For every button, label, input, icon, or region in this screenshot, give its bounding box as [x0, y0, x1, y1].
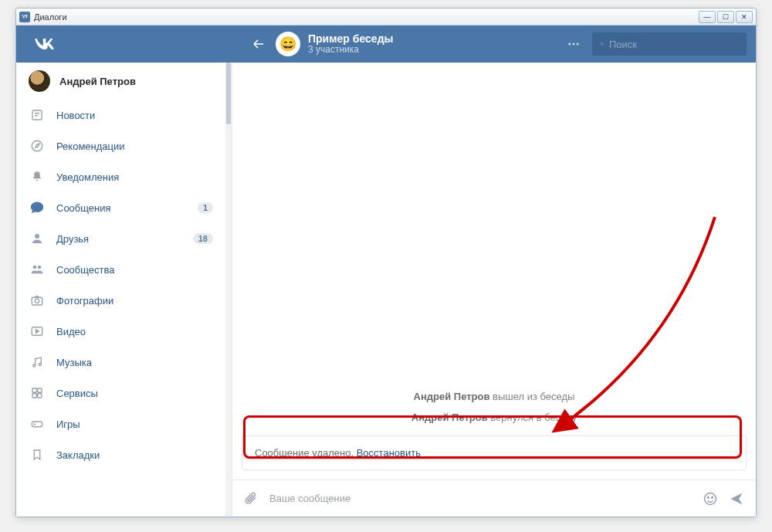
composer [232, 479, 756, 517]
chat-title: Пример беседы [308, 32, 393, 45]
close-button[interactable]: ✕ [736, 11, 753, 23]
minimize-button[interactable]: — [699, 11, 716, 23]
friends-icon [29, 230, 46, 247]
topbar: 😄 Пример беседы 3 участника [16, 25, 756, 63]
window-title: Диалоги [34, 12, 697, 22]
chat-avatar[interactable]: 😄 [276, 32, 300, 56]
svg-point-5 [32, 141, 42, 151]
search-box[interactable] [592, 32, 747, 56]
app-icon [19, 12, 30, 22]
friends-badge: 18 [193, 233, 213, 244]
sidebar-item-recommendations[interactable]: Рекомендации [16, 130, 232, 161]
video-icon [29, 323, 46, 340]
sidebar-item-video[interactable]: Видео [16, 316, 232, 347]
back-button[interactable] [248, 33, 269, 55]
emoji-button[interactable] [702, 490, 719, 507]
messages-badge: 1 [198, 202, 213, 213]
svg-rect-18 [32, 422, 42, 427]
svg-rect-4 [32, 110, 42, 120]
svg-point-19 [705, 493, 716, 504]
deleted-message-box: Сообщение удалено. Восстановить [242, 435, 747, 470]
svg-point-20 [708, 496, 709, 498]
gamepad-icon [29, 415, 46, 432]
sidebar-item-friends[interactable]: Друзья 18 [16, 223, 232, 254]
chat-subtitle: 3 участника [308, 45, 393, 56]
search-icon [600, 39, 604, 49]
svg-point-10 [35, 299, 39, 303]
sidebar-item-music[interactable]: Музыка [16, 347, 232, 378]
message-icon [29, 199, 46, 216]
system-message-left: Андрей Петров вышел из беседы [232, 386, 756, 407]
sidebar-item-services[interactable]: Сервисы [16, 378, 232, 408]
svg-rect-17 [38, 394, 42, 398]
composer-input[interactable] [269, 493, 692, 504]
sidebar-profile[interactable]: Андрей Петров [16, 63, 232, 100]
app-body: 😄 Пример беседы 3 участника Андрей П [16, 25, 756, 517]
chat-titles: Пример беседы 3 участника [308, 32, 393, 56]
chat-area: Андрей Петров вышел из беседы Андрей Пет… [232, 63, 756, 517]
window-controls: — ☐ ✕ [697, 11, 753, 23]
svg-point-21 [712, 496, 713, 498]
sidebar-item-messages[interactable]: Сообщения 1 [16, 192, 232, 223]
svg-point-2 [577, 43, 579, 46]
profile-avatar [29, 70, 50, 92]
svg-rect-15 [38, 388, 42, 392]
svg-point-13 [39, 364, 41, 366]
search-input[interactable] [609, 39, 739, 50]
attach-button[interactable] [243, 490, 260, 507]
svg-point-6 [35, 234, 39, 239]
svg-rect-16 [32, 394, 36, 398]
app-window: Диалоги — ☐ ✕ 😄 Пример беседы 3 участник… [15, 8, 757, 517]
sidebar-item-photos[interactable]: Фотографии [16, 285, 232, 316]
services-icon [29, 385, 46, 402]
deleted-message-text: Сообщение удалено. [255, 447, 357, 459]
send-button[interactable] [728, 490, 745, 507]
sidebar-item-games[interactable]: Игры [16, 408, 232, 439]
system-message-returned: Андрей Петров вернулся в беседу [232, 407, 756, 428]
sidebar-item-groups[interactable]: Сообщества [16, 254, 232, 285]
svg-point-3 [601, 42, 603, 45]
chat-more-button[interactable] [561, 37, 586, 51]
sidebar-item-notifications[interactable]: Уведомления [16, 161, 232, 192]
news-icon [29, 107, 46, 124]
restore-link[interactable]: Восстановить [357, 447, 421, 459]
svg-point-8 [38, 266, 42, 269]
sidebar-item-news[interactable]: Новости [16, 100, 232, 130]
camera-icon [29, 292, 46, 309]
bookmark-icon [29, 446, 46, 463]
sidebar-item-bookmarks[interactable]: Закладки [16, 439, 232, 470]
main-split: Андрей Петров Новости Рекомендации Уведо… [16, 63, 756, 517]
svg-point-1 [573, 43, 575, 46]
titlebar: Диалоги — ☐ ✕ [16, 8, 756, 25]
profile-name: Андрей Петров [59, 76, 136, 87]
vk-logo[interactable] [25, 33, 63, 55]
svg-point-0 [568, 43, 571, 46]
message-list: Андрей Петров вышел из беседы Андрей Пет… [232, 63, 756, 479]
bell-icon [29, 168, 46, 185]
compass-icon [29, 137, 46, 154]
maximize-button[interactable]: ☐ [717, 11, 734, 23]
music-icon [29, 354, 46, 371]
sidebar: Андрей Петров Новости Рекомендации Уведо… [16, 63, 232, 517]
svg-point-12 [33, 364, 36, 367]
svg-rect-14 [32, 388, 36, 392]
groups-icon [29, 261, 46, 278]
sidebar-scrollbar[interactable] [225, 63, 232, 517]
svg-point-7 [33, 266, 37, 269]
